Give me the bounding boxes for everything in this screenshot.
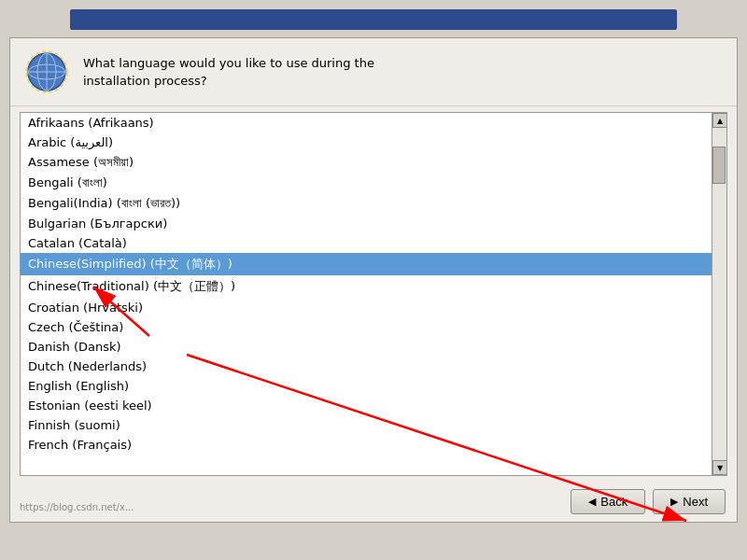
globe-icon: [24, 49, 69, 94]
language-item-czech[interactable]: Czech (Čeština): [21, 317, 712, 337]
scrollbar-up-button[interactable]: ▲: [712, 113, 727, 128]
next-button[interactable]: ▶ Next: [653, 489, 726, 514]
language-item-finnish[interactable]: Finnish (suomi): [21, 415, 712, 435]
language-item-croatian[interactable]: Croatian (Hrvatski): [21, 298, 712, 317]
language-item-chinese-simplified[interactable]: Chinese(Simplified) (中文（简体）): [21, 253, 712, 275]
language-item-catalan[interactable]: Catalan (Català): [21, 233, 712, 253]
back-icon: ◀: [588, 496, 596, 508]
language-item-bengali[interactable]: Bengali (বাংলা): [21, 173, 712, 193]
language-item-bengali-india[interactable]: Bengali(India) (বাংলা (ভারত)): [21, 193, 712, 214]
title-bar: [70, 9, 677, 30]
url-text: https://blog.csdn.net/x...: [20, 502, 134, 512]
language-item-arabic[interactable]: Arabic (العربية): [21, 133, 712, 152]
back-label: Back: [600, 495, 627, 509]
language-list-container: Afrikaans (Afrikaans)Arabic (العربية)Ass…: [20, 112, 727, 476]
language-item-afrikaans[interactable]: Afrikaans (Afrikaans): [21, 113, 712, 133]
scrollbar[interactable]: ▲ ▼: [712, 113, 726, 475]
header-section: What language would you like to use duri…: [10, 38, 737, 106]
language-item-dutch[interactable]: Dutch (Nederlands): [21, 357, 712, 376]
language-item-chinese-traditional[interactable]: Chinese(Traditional) (中文（正體）): [21, 275, 712, 298]
language-item-bulgarian[interactable]: Bulgarian (Български): [21, 214, 712, 233]
language-item-french[interactable]: French (Français): [21, 435, 712, 455]
scrollbar-thumb[interactable]: [712, 147, 726, 184]
language-list[interactable]: Afrikaans (Afrikaans)Arabic (العربية)Ass…: [21, 113, 712, 475]
scrollbar-track: [712, 128, 726, 460]
next-label: Next: [683, 495, 708, 509]
back-button[interactable]: ◀ Back: [571, 489, 645, 514]
next-icon: ▶: [670, 496, 678, 508]
language-item-english[interactable]: English (English): [21, 376, 712, 396]
language-item-estonian[interactable]: Estonian (eesti keel): [21, 396, 712, 415]
language-item-assamese[interactable]: Assamese (অসমীয়া): [21, 152, 712, 173]
main-container: What language would you like to use duri…: [9, 37, 738, 523]
language-item-danish[interactable]: Danish (Dansk): [21, 337, 712, 357]
header-question: What language would you like to use duri…: [83, 54, 374, 91]
scrollbar-down-button[interactable]: ▼: [712, 460, 727, 475]
bottom-section: https://blog.csdn.net/x... ◀ Back ▶ Next: [10, 482, 737, 522]
